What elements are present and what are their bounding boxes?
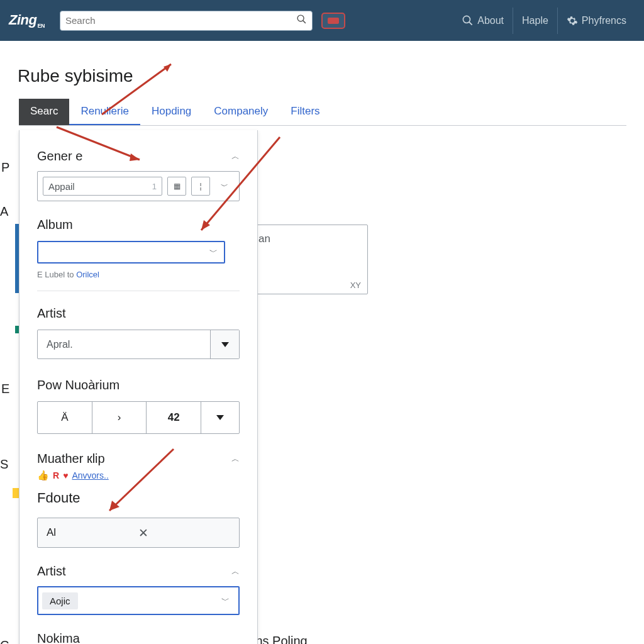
resize-handle[interactable]: XY: [350, 280, 361, 290]
artist2-header[interactable]: Artist ︿: [37, 564, 240, 579]
fdoute-title: Fdoute: [37, 490, 240, 506]
tab-renullerie[interactable]: Renullerie: [69, 99, 140, 125]
filter-panel: Gener e ︿ Appail 1 ▦ ¦ ﹀ Album ﹀ E Lubel…: [19, 130, 258, 644]
info-icon[interactable]: ¦: [191, 177, 210, 196]
chevron-up-icon[interactable]: ︿: [231, 566, 240, 577]
segmented-row: Ä › 42: [37, 401, 240, 434]
genre-header[interactable]: Gener e ︿: [37, 149, 240, 164]
chevron-down-icon[interactable]: ﹀: [215, 177, 234, 196]
favorites-link[interactable]: Anvvors..: [72, 470, 108, 480]
bg-letter: S: [0, 457, 8, 472]
nav-preferences[interactable]: Phyfrencs: [557, 8, 635, 34]
genre-title: Gener e: [37, 149, 82, 164]
seg-42[interactable]: 42: [147, 402, 201, 433]
search-input[interactable]: [65, 15, 296, 26]
bg-bottom-text: ins Poling: [253, 634, 308, 644]
dropdown-toggle[interactable]: [210, 330, 239, 358]
bg-letter: A: [0, 204, 8, 219]
nokima-title: Nokima: [37, 631, 240, 644]
triangle-down-icon: [221, 342, 229, 347]
rating-r-icon: R: [53, 470, 59, 480]
muather-title: Muather кlip: [37, 452, 105, 466]
seg-arrow[interactable]: ›: [92, 402, 147, 433]
nav-haple[interactable]: Haple: [513, 8, 557, 34]
bg-letter: P: [1, 160, 9, 175]
app-header: ZingEN About Haple Phyfrencs: [0, 0, 644, 41]
nav-about[interactable]: About: [453, 8, 513, 34]
chevron-up-icon[interactable]: ︿: [231, 453, 240, 465]
genre-input[interactable]: Appail 1: [43, 177, 162, 196]
artist2-title: Artist: [37, 564, 66, 579]
grid-icon[interactable]: ▦: [167, 177, 186, 196]
svg-line-3: [469, 22, 472, 25]
artist-value: Apral.: [38, 330, 210, 358]
fdoute-value: Al: [47, 526, 138, 539]
search-icon: [462, 14, 474, 26]
helper-text: E Lubel to Orilcel: [37, 270, 240, 279]
bg-textarea[interactable]: an XY: [250, 225, 368, 294]
gear-icon: [567, 15, 578, 26]
svg-line-1: [303, 20, 306, 23]
tab-bar: Searc Renullerie Hopding Companely Filte…: [19, 99, 626, 126]
search-bar[interactable]: [60, 11, 313, 31]
tab-hopding[interactable]: Hopding: [140, 99, 203, 125]
muather-header[interactable]: Muather кlip ︿: [37, 452, 240, 466]
search-icon[interactable]: [296, 14, 307, 28]
helper-link[interactable]: Orilcel: [76, 270, 99, 279]
chevron-up-icon[interactable]: ︿: [231, 151, 240, 162]
chevron-down-icon: ﹀: [221, 595, 230, 606]
seg-dropdown[interactable]: [201, 402, 239, 433]
thumb-icon[interactable]: 👍: [37, 470, 49, 481]
svg-point-2: [464, 16, 470, 23]
genre-row: Appail 1 ▦ ¦ ﹀: [37, 171, 240, 201]
divider: [37, 291, 240, 291]
page-title: Rube sybisime: [18, 66, 644, 86]
tab-filters[interactable]: Filters: [279, 99, 331, 125]
album-select[interactable]: ﹀: [37, 241, 225, 264]
record-button[interactable]: [321, 13, 345, 29]
heart-icon[interactable]: ♥: [63, 470, 68, 480]
album-title: Album: [37, 218, 240, 232]
artist2-select[interactable]: Aojic ﹀: [37, 586, 240, 615]
tab-search[interactable]: Searc: [19, 99, 69, 125]
fdoute-input[interactable]: Al ✕: [37, 518, 240, 548]
seg-a[interactable]: Ä: [38, 402, 92, 433]
artist-chip[interactable]: Aojic: [42, 592, 78, 609]
tab-companely[interactable]: Companely: [203, 99, 279, 125]
artist-title: Artist: [37, 306, 240, 321]
logo[interactable]: ZingEN: [9, 12, 45, 29]
svg-point-0: [297, 15, 304, 21]
bg-letter: E: [1, 382, 9, 396]
close-icon[interactable]: ✕: [138, 526, 230, 540]
artist-select[interactable]: Apral.: [37, 330, 240, 359]
bg-letter: C: [0, 638, 9, 644]
chevron-down-icon: ﹀: [209, 247, 218, 258]
pow-title: Pow Nuoàrium: [37, 378, 240, 392]
favorites-row: 👍 R ♥ Anvvors..: [37, 470, 240, 481]
triangle-down-icon: [216, 415, 224, 420]
